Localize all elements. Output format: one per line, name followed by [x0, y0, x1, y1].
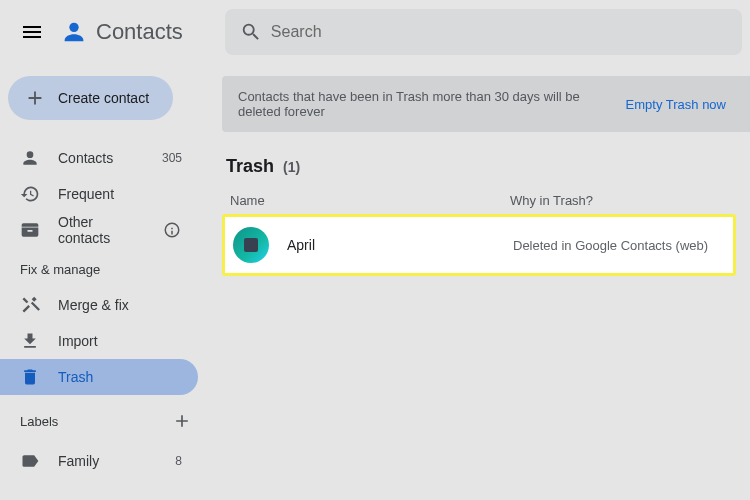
sidebar-item-family[interactable]: Family 8 — [0, 443, 198, 479]
sidebar-item-frequent[interactable]: Frequent — [0, 176, 198, 212]
contact-name: April — [287, 237, 513, 253]
banner-message: Contacts that have been in Trash more th… — [238, 89, 626, 119]
column-reason: Why in Trash? — [510, 193, 750, 208]
contact-avatar — [233, 227, 269, 263]
trash-icon — [20, 367, 40, 387]
sidebar-item-import[interactable]: Import — [0, 323, 198, 359]
add-label-button[interactable] — [170, 409, 194, 433]
history-icon — [20, 184, 40, 204]
sidebar-item-other-contacts[interactable]: Other contacts — [0, 212, 198, 248]
info-icon[interactable] — [162, 220, 182, 240]
sidebar-item-contacts[interactable]: Contacts 305 — [0, 140, 198, 176]
trash-banner: Contacts that have been in Trash more th… — [222, 76, 750, 132]
plus-icon — [24, 87, 46, 109]
label-icon — [20, 451, 40, 471]
app-header: Contacts — [0, 0, 750, 64]
column-headers: Name Why in Trash? — [222, 181, 750, 214]
menu-button[interactable] — [8, 8, 56, 56]
sidebar-item-trash[interactable]: Trash — [0, 359, 198, 395]
column-name: Name — [230, 193, 510, 208]
contacts-logo-icon — [60, 18, 88, 46]
contact-row[interactable]: April Deleted in Google Contacts (web) — [225, 217, 733, 273]
create-contact-label: Create contact — [58, 90, 149, 106]
empty-trash-link[interactable]: Empty Trash now — [626, 97, 726, 112]
search-input[interactable] — [271, 23, 736, 41]
archive-icon — [20, 220, 40, 240]
person-icon — [20, 148, 40, 168]
search-button[interactable] — [231, 12, 271, 52]
contact-reason: Deleted in Google Contacts (web) — [513, 238, 708, 253]
sidebar: Create contact Contacts 305 Frequent Oth… — [0, 64, 210, 500]
app-logo[interactable]: Contacts — [60, 18, 183, 46]
main-content: Contacts that have been in Trash more th… — [210, 64, 750, 500]
search-icon — [240, 21, 262, 43]
svg-point-0 — [69, 23, 78, 32]
download-icon — [20, 331, 40, 351]
sidebar-item-merge-fix[interactable]: Merge & fix — [0, 287, 198, 323]
highlighted-row: April Deleted in Google Contacts (web) — [222, 214, 736, 276]
plus-icon — [172, 411, 192, 431]
tools-icon — [20, 295, 40, 315]
search-container — [225, 9, 742, 55]
page-title: Trash (1) — [222, 140, 750, 181]
section-labels: Labels — [0, 399, 210, 439]
create-contact-button[interactable]: Create contact — [8, 76, 173, 120]
app-name: Contacts — [96, 19, 183, 45]
section-fix-manage: Fix & manage — [0, 252, 210, 283]
hamburger-icon — [20, 20, 44, 44]
search-box[interactable] — [225, 9, 742, 55]
